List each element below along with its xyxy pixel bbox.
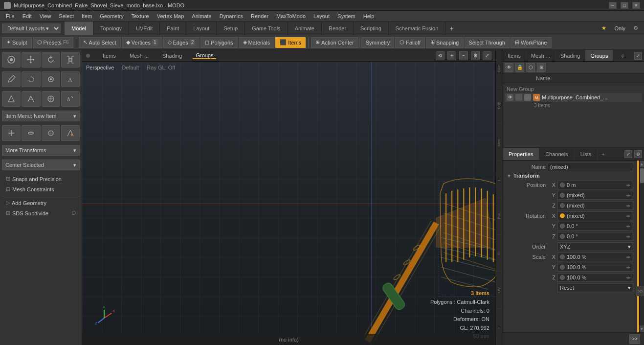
order-dropdown[interactable]: XYZ ▾ bbox=[557, 242, 633, 251]
items-lock-btn[interactable]: 🔒 bbox=[515, 63, 524, 72]
vp-zoom-out-btn[interactable]: − bbox=[459, 51, 468, 60]
vp-zoom-in-btn[interactable]: + bbox=[447, 51, 456, 60]
tool-btn-r2[interactable] bbox=[22, 125, 40, 141]
prop-tab-properties[interactable]: Properties bbox=[503, 148, 539, 160]
scale-x-field[interactable]: 100.0 % ◂▸ bbox=[557, 253, 633, 261]
items-tab-plus[interactable]: + bbox=[617, 50, 629, 61]
scale-y-field[interactable]: 100.0 % ◂▸ bbox=[557, 263, 633, 272]
menu-dynamics[interactable]: Dynamics bbox=[216, 12, 247, 20]
items-tab-items[interactable]: Items bbox=[503, 50, 526, 61]
menu-file[interactable]: File bbox=[2, 12, 19, 20]
more-transforms-dropdown[interactable]: More Transforms ▾ bbox=[2, 145, 80, 156]
rot-z-field[interactable]: 0.0 ° ◂▸ bbox=[557, 232, 633, 241]
sds-subdivide-item[interactable]: ⊞ SDS Subdivide D bbox=[2, 208, 80, 218]
items-tab-mesh[interactable]: Mesh ... bbox=[526, 50, 555, 61]
add-geometry-item[interactable]: ▷ Add Geometry bbox=[2, 198, 80, 207]
menu-geometry[interactable]: Geometry bbox=[96, 12, 127, 20]
center-selected-dropdown[interactable]: Center Selected ▾ bbox=[2, 160, 80, 170]
vp-tab-items[interactable]: Items bbox=[100, 53, 119, 59]
materials-button[interactable]: ◈ Materials bbox=[239, 37, 275, 48]
tool-btn-scale[interactable] bbox=[61, 52, 80, 68]
prop-tab-plus[interactable]: + bbox=[598, 151, 608, 157]
rot-y-field[interactable]: 0.0 ° ◂▸ bbox=[557, 222, 633, 230]
snaps-precision-item[interactable]: ⊞ Snaps and Precision bbox=[2, 174, 80, 184]
tab-schematic[interactable]: Schematic Fusion bbox=[389, 22, 445, 35]
tool-btn-t2[interactable] bbox=[22, 91, 40, 107]
pos-x-field[interactable]: 0 m ◂▸ bbox=[557, 181, 633, 189]
tool-btn-r4[interactable] bbox=[61, 125, 80, 141]
layout-gear-icon[interactable]: ⚙ bbox=[629, 23, 642, 33]
menu-texture[interactable]: Texture bbox=[128, 12, 153, 20]
menu-render[interactable]: Render bbox=[247, 12, 272, 20]
tool-btn-t4[interactable]: A bbox=[61, 91, 80, 107]
prop-settings-btn[interactable]: ⚙ bbox=[634, 150, 642, 158]
prop-expand-btn[interactable]: >> bbox=[629, 334, 640, 344]
tool-btn-r3[interactable] bbox=[42, 125, 60, 141]
item-menu-dropdown[interactable]: Item Menu: New Item ▾ bbox=[2, 111, 80, 121]
items-button[interactable]: ⬛ Items bbox=[275, 37, 306, 48]
items-tab-groups[interactable]: Groups bbox=[585, 50, 613, 61]
layout-select[interactable]: Default Layouts ▾ bbox=[2, 23, 61, 33]
properties-scrollbar[interactable]: ▲ ▼ bbox=[639, 161, 644, 332]
presets-button[interactable]: ⬡ Presets F6 bbox=[33, 37, 73, 48]
snapping-button[interactable]: ⊞ Snapping bbox=[426, 37, 464, 48]
pos-z-field[interactable]: (mixed) ◂▸ bbox=[557, 201, 633, 210]
close-button[interactable]: ✕ bbox=[632, 2, 640, 9]
items-tab-shading[interactable]: Shading bbox=[555, 50, 585, 61]
menu-maxtomodo[interactable]: MaxToModo bbox=[272, 12, 310, 20]
tool-btn-text[interactable]: A bbox=[61, 71, 80, 87]
items-group-btn[interactable]: ⊞ bbox=[537, 63, 546, 72]
prop-tab-lists[interactable]: Lists bbox=[575, 148, 598, 160]
menu-view[interactable]: View bbox=[36, 12, 55, 20]
mesh-constraints-item[interactable]: ⊟ Mesh Constraints bbox=[2, 184, 80, 194]
reset-dropdown[interactable]: Reset ▾ bbox=[557, 283, 633, 292]
vp-tab-mesh[interactable]: Mesh ... bbox=[127, 53, 152, 59]
menu-animate[interactable]: Animate bbox=[188, 12, 215, 20]
items-resize-btn[interactable]: ⤢ bbox=[634, 52, 642, 60]
tab-animate[interactable]: Animate bbox=[288, 22, 322, 35]
prop-resize-up[interactable]: ⤢ bbox=[624, 150, 632, 158]
menu-select[interactable]: Select bbox=[55, 12, 78, 20]
select-through-button[interactable]: Select Through bbox=[465, 37, 510, 48]
scroll-down-btn[interactable]: ▼ bbox=[640, 325, 644, 332]
menu-edit[interactable]: Edit bbox=[19, 12, 36, 20]
tab-topology[interactable]: Topology bbox=[93, 22, 129, 35]
tool-btn-t1[interactable] bbox=[2, 91, 21, 107]
viewport-canvas[interactable]: Perspective Default Ray GL: Off bbox=[82, 62, 495, 345]
menu-layout[interactable]: Layout bbox=[310, 12, 333, 20]
edges-button[interactable]: ◇ Edges 2 bbox=[163, 37, 200, 48]
polygons-button[interactable]: ◻ Polygons bbox=[200, 37, 237, 48]
transform-header[interactable]: ▼ Transform bbox=[507, 173, 633, 179]
item-lock-icon[interactable] bbox=[515, 94, 522, 101]
tab-render[interactable]: Render bbox=[322, 22, 354, 35]
tab-model[interactable]: Model bbox=[65, 22, 93, 35]
action-center-button[interactable]: ⊕ Action Center bbox=[311, 37, 358, 48]
prop-tab-channels[interactable]: Channels bbox=[539, 148, 574, 160]
symmetry-button[interactable]: Symmetry bbox=[361, 37, 395, 48]
vp-tab-groups[interactable]: Groups bbox=[193, 52, 216, 59]
menu-help[interactable]: Help bbox=[359, 12, 378, 20]
tab-setup[interactable]: Setup bbox=[217, 22, 245, 35]
vp-tab-shading[interactable]: Shading bbox=[159, 53, 185, 59]
titlebar-controls[interactable]: ─ □ ✕ bbox=[609, 2, 640, 9]
tab-scripting[interactable]: Scripting bbox=[354, 22, 389, 35]
tab-uvedit[interactable]: UVEdit bbox=[129, 22, 160, 35]
menu-vertexmap[interactable]: Vertex Map bbox=[153, 12, 188, 20]
tool-btn-move[interactable] bbox=[22, 52, 40, 68]
vertices-button[interactable]: ◆ Vertices 1 bbox=[122, 37, 162, 48]
tool-btn-pen[interactable] bbox=[2, 71, 21, 87]
vp-rotate-btn[interactable]: ⟲ bbox=[436, 51, 444, 60]
auto-select-button[interactable]: ↖ Auto Select bbox=[79, 37, 121, 48]
vp-expand-btn[interactable]: ⤢ bbox=[483, 51, 491, 60]
menu-system[interactable]: System bbox=[333, 12, 359, 20]
name-field[interactable]: (mixed) bbox=[548, 162, 633, 171]
workplane-button[interactable]: ⊟ WorkPlane bbox=[511, 37, 552, 48]
item-eye-icon[interactable]: 👁 bbox=[507, 94, 513, 101]
tool-btn-rotate[interactable] bbox=[42, 52, 60, 68]
viewport[interactable]: Items Mesh ... Shading Groups ⟲ + − ⚙ ⤢ bbox=[82, 50, 495, 345]
tab-add-button[interactable]: + bbox=[445, 23, 457, 34]
tab-gametools[interactable]: Game Tools bbox=[245, 22, 288, 35]
sculpt-button[interactable]: ✦ Sculpt bbox=[2, 37, 32, 48]
pos-y-field[interactable]: (mixed) ◂▸ bbox=[557, 191, 633, 200]
tool-btn-r1[interactable] bbox=[2, 125, 21, 141]
